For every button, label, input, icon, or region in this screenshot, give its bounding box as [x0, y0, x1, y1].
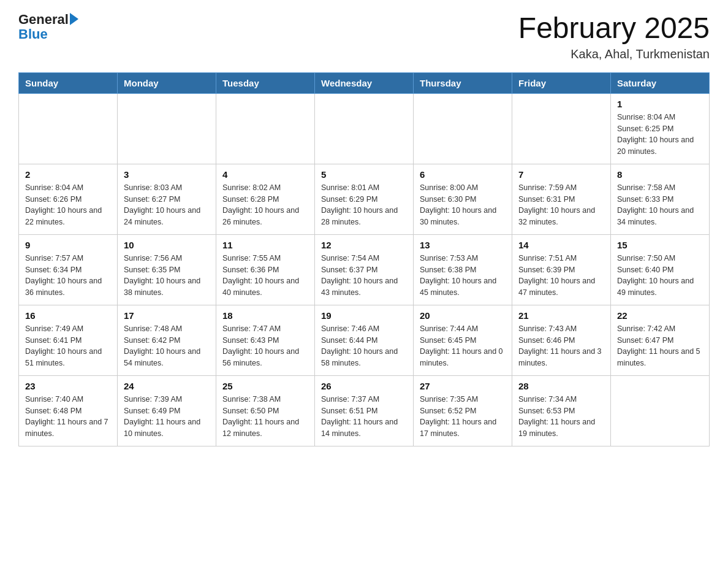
- day-number: 9: [25, 240, 111, 250]
- day-info: Sunrise: 7:39 AMSunset: 6:49 PMDaylight:…: [124, 394, 210, 440]
- logo-general-text: General: [18, 12, 69, 27]
- day-info: Sunrise: 7:47 AMSunset: 6:43 PMDaylight:…: [222, 323, 308, 369]
- calendar-day-cell: 8Sunrise: 7:58 AMSunset: 6:33 PMDaylight…: [611, 164, 710, 234]
- day-info: Sunrise: 7:34 AMSunset: 6:53 PMDaylight:…: [518, 394, 604, 440]
- day-info: Sunrise: 7:53 AMSunset: 6:38 PMDaylight:…: [420, 253, 506, 299]
- calendar-week-row: 23Sunrise: 7:40 AMSunset: 6:48 PMDayligh…: [19, 375, 710, 446]
- day-number: 3: [124, 169, 210, 180]
- day-info: Sunrise: 7:59 AMSunset: 6:31 PMDaylight:…: [518, 182, 604, 228]
- calendar-week-row: 16Sunrise: 7:49 AMSunset: 6:41 PMDayligh…: [19, 305, 710, 375]
- day-number: 7: [518, 169, 604, 180]
- day-info: Sunrise: 8:02 AMSunset: 6:28 PMDaylight:…: [222, 182, 308, 228]
- calendar-day-cell: 28Sunrise: 7:34 AMSunset: 6:53 PMDayligh…: [512, 375, 611, 446]
- calendar-day-cell: 10Sunrise: 7:56 AMSunset: 6:35 PMDayligh…: [118, 234, 216, 305]
- day-number: 23: [25, 381, 111, 391]
- weekday-header-tuesday: Tuesday: [216, 72, 315, 93]
- day-info: Sunrise: 7:43 AMSunset: 6:46 PMDaylight:…: [518, 323, 604, 369]
- day-number: 13: [420, 240, 506, 250]
- day-info: Sunrise: 8:01 AMSunset: 6:29 PMDaylight:…: [321, 182, 407, 228]
- calendar-day-cell: 7Sunrise: 7:59 AMSunset: 6:31 PMDaylight…: [512, 164, 611, 234]
- calendar-day-cell: 2Sunrise: 8:04 AMSunset: 6:26 PMDaylight…: [19, 164, 118, 234]
- month-title: February 2025: [518, 12, 710, 45]
- calendar-day-cell: 27Sunrise: 7:35 AMSunset: 6:52 PMDayligh…: [414, 375, 512, 446]
- day-number: 11: [222, 240, 308, 250]
- logo: General Blue: [18, 12, 78, 42]
- day-info: Sunrise: 7:38 AMSunset: 6:50 PMDaylight:…: [222, 394, 308, 440]
- calendar-day-cell: 4Sunrise: 8:02 AMSunset: 6:28 PMDaylight…: [216, 164, 315, 234]
- day-number: 6: [420, 169, 506, 180]
- logo-text: General Blue: [18, 12, 78, 42]
- weekday-header-thursday: Thursday: [414, 72, 512, 93]
- calendar-day-cell: 16Sunrise: 7:49 AMSunset: 6:41 PMDayligh…: [19, 305, 118, 375]
- day-info: Sunrise: 7:50 AMSunset: 6:40 PMDaylight:…: [617, 253, 703, 299]
- day-number: 17: [124, 310, 210, 321]
- day-number: 12: [321, 240, 407, 250]
- calendar-day-cell: 23Sunrise: 7:40 AMSunset: 6:48 PMDayligh…: [19, 375, 118, 446]
- day-number: 18: [222, 310, 308, 321]
- calendar-day-cell: [512, 93, 611, 164]
- calendar-table: SundayMondayTuesdayWednesdayThursdayFrid…: [18, 72, 710, 446]
- day-number: 1: [617, 99, 703, 109]
- calendar-day-cell: [414, 93, 512, 164]
- day-number: 19: [321, 310, 407, 321]
- calendar-day-cell: 26Sunrise: 7:37 AMSunset: 6:51 PMDayligh…: [315, 375, 414, 446]
- day-number: 26: [321, 381, 407, 391]
- title-block: February 2025 Kaka, Ahal, Turkmenistan: [518, 12, 710, 61]
- day-info: Sunrise: 7:42 AMSunset: 6:47 PMDaylight:…: [617, 323, 703, 369]
- day-info: Sunrise: 7:57 AMSunset: 6:34 PMDaylight:…: [25, 253, 111, 299]
- day-info: Sunrise: 7:46 AMSunset: 6:44 PMDaylight:…: [321, 323, 407, 369]
- weekday-header-monday: Monday: [118, 72, 216, 93]
- day-info: Sunrise: 8:04 AMSunset: 6:26 PMDaylight:…: [25, 182, 111, 228]
- day-info: Sunrise: 8:04 AMSunset: 6:25 PMDaylight:…: [617, 112, 703, 158]
- calendar-day-cell: [19, 93, 118, 164]
- weekday-header-wednesday: Wednesday: [315, 72, 414, 93]
- day-info: Sunrise: 7:58 AMSunset: 6:33 PMDaylight:…: [617, 182, 703, 228]
- day-info: Sunrise: 7:48 AMSunset: 6:42 PMDaylight:…: [124, 323, 210, 369]
- calendar-day-cell: 6Sunrise: 8:00 AMSunset: 6:30 PMDaylight…: [414, 164, 512, 234]
- calendar-day-cell: 20Sunrise: 7:44 AMSunset: 6:45 PMDayligh…: [414, 305, 512, 375]
- day-info: Sunrise: 7:56 AMSunset: 6:35 PMDaylight:…: [124, 253, 210, 299]
- day-info: Sunrise: 8:03 AMSunset: 6:27 PMDaylight:…: [124, 182, 210, 228]
- calendar-day-cell: 15Sunrise: 7:50 AMSunset: 6:40 PMDayligh…: [611, 234, 710, 305]
- calendar-header: SundayMondayTuesdayWednesdayThursdayFrid…: [19, 72, 710, 93]
- day-info: Sunrise: 7:54 AMSunset: 6:37 PMDaylight:…: [321, 253, 407, 299]
- calendar-day-cell: 5Sunrise: 8:01 AMSunset: 6:29 PMDaylight…: [315, 164, 414, 234]
- weekday-row: SundayMondayTuesdayWednesdayThursdayFrid…: [19, 72, 710, 93]
- logo-blue-text: Blue: [18, 27, 78, 42]
- calendar-day-cell: 9Sunrise: 7:57 AMSunset: 6:34 PMDaylight…: [19, 234, 118, 305]
- day-number: 20: [420, 310, 506, 321]
- calendar-day-cell: 11Sunrise: 7:55 AMSunset: 6:36 PMDayligh…: [216, 234, 315, 305]
- day-info: Sunrise: 7:51 AMSunset: 6:39 PMDaylight:…: [518, 253, 604, 299]
- calendar-body: 1Sunrise: 8:04 AMSunset: 6:25 PMDaylight…: [19, 93, 710, 446]
- calendar-day-cell: 12Sunrise: 7:54 AMSunset: 6:37 PMDayligh…: [315, 234, 414, 305]
- day-number: 8: [617, 169, 703, 180]
- day-info: Sunrise: 8:00 AMSunset: 6:30 PMDaylight:…: [420, 182, 506, 228]
- weekday-header-friday: Friday: [512, 72, 611, 93]
- day-number: 2: [25, 169, 111, 180]
- day-info: Sunrise: 7:35 AMSunset: 6:52 PMDaylight:…: [420, 394, 506, 440]
- day-number: 4: [222, 169, 308, 180]
- calendar-week-row: 2Sunrise: 8:04 AMSunset: 6:26 PMDaylight…: [19, 164, 710, 234]
- day-number: 28: [518, 381, 604, 391]
- day-info: Sunrise: 7:55 AMSunset: 6:36 PMDaylight:…: [222, 253, 308, 299]
- page-header: General Blue February 2025 Kaka, Ahal, T…: [18, 12, 710, 61]
- day-number: 21: [518, 310, 604, 321]
- calendar-day-cell: 14Sunrise: 7:51 AMSunset: 6:39 PMDayligh…: [512, 234, 611, 305]
- calendar-day-cell: 3Sunrise: 8:03 AMSunset: 6:27 PMDaylight…: [118, 164, 216, 234]
- day-number: 16: [25, 310, 111, 321]
- day-number: 24: [124, 381, 210, 391]
- calendar-day-cell: 21Sunrise: 7:43 AMSunset: 6:46 PMDayligh…: [512, 305, 611, 375]
- calendar-day-cell: [118, 93, 216, 164]
- calendar-day-cell: 22Sunrise: 7:42 AMSunset: 6:47 PMDayligh…: [611, 305, 710, 375]
- weekday-header-sunday: Sunday: [19, 72, 118, 93]
- day-number: 14: [518, 240, 604, 250]
- day-info: Sunrise: 7:40 AMSunset: 6:48 PMDaylight:…: [25, 394, 111, 440]
- calendar-day-cell: 25Sunrise: 7:38 AMSunset: 6:50 PMDayligh…: [216, 375, 315, 446]
- calendar-day-cell: 19Sunrise: 7:46 AMSunset: 6:44 PMDayligh…: [315, 305, 414, 375]
- location: Kaka, Ahal, Turkmenistan: [518, 47, 710, 61]
- day-number: 5: [321, 169, 407, 180]
- day-info: Sunrise: 7:49 AMSunset: 6:41 PMDaylight:…: [25, 323, 111, 369]
- day-info: Sunrise: 7:37 AMSunset: 6:51 PMDaylight:…: [321, 394, 407, 440]
- calendar-day-cell: 13Sunrise: 7:53 AMSunset: 6:38 PMDayligh…: [414, 234, 512, 305]
- weekday-header-saturday: Saturday: [611, 72, 710, 93]
